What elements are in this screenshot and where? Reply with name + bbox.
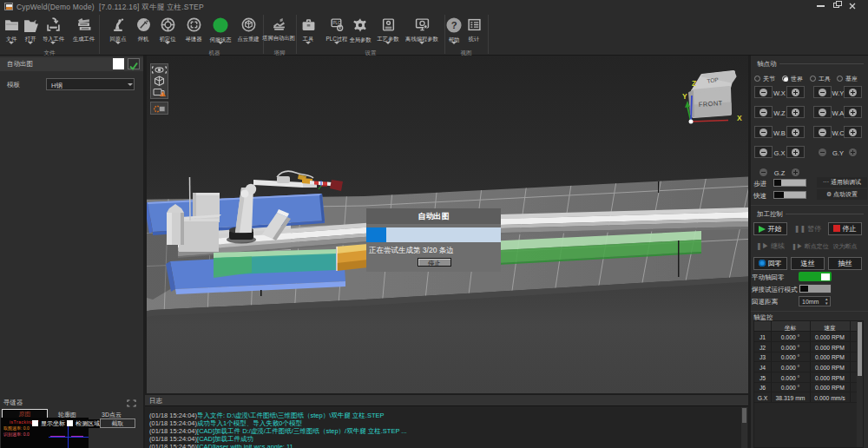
svg-text:Y: Y	[682, 92, 687, 101]
svg-text:Z: Z	[692, 79, 696, 88]
svg-text:X: X	[737, 114, 742, 122]
svg-text:!: !	[162, 93, 163, 97]
svg-text:PLC: PLC	[332, 21, 341, 25]
